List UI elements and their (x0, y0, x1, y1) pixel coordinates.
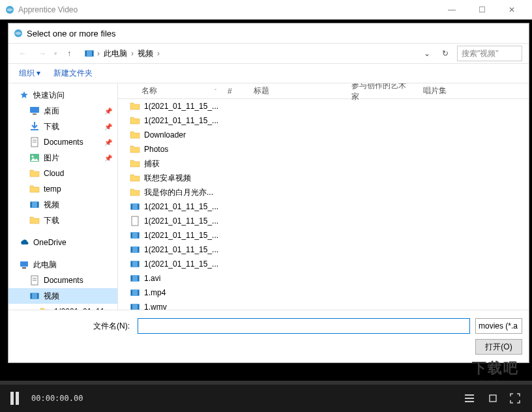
file-row[interactable]: 1(2021_01_11_15_... (118, 113, 529, 128)
sidebar-item[interactable]: 视频 (8, 288, 117, 304)
app-titlebar: Apprentice Video — ☐ ✕ (0, 0, 532, 20)
file-row[interactable]: Downloader (118, 128, 529, 142)
search-input[interactable]: 搜索"视频" (457, 46, 522, 61)
svg-rect-46 (465, 398, 474, 399)
open-button[interactable]: 打开(O) (475, 339, 522, 355)
nav-up-button[interactable]: ↑ (61, 46, 77, 61)
sidebar-item-label: 快速访问 (33, 90, 112, 101)
sidebar-item[interactable]: 1(2021_01_11... (8, 304, 117, 310)
file-row[interactable]: 1.avi (118, 271, 529, 286)
sidebar-item[interactable]: 下载📌 (8, 119, 117, 134)
sidebar-item[interactable]: Documents📌 (8, 134, 117, 150)
sidebar-item[interactable]: 下载 (8, 213, 117, 228)
organize-menu[interactable]: 组织 ▾ (19, 68, 40, 79)
file-name: 捕获 (144, 158, 160, 169)
file-row[interactable]: 1(2021_01_11_15_... (118, 257, 529, 271)
column-number[interactable]: # (222, 83, 248, 98)
svg-rect-3 (85, 51, 87, 56)
svg-rect-28 (131, 233, 132, 238)
file-name: 1(2021_01_11_15_... (144, 202, 218, 211)
sidebar-item-label: 1(2021_01_11... (54, 307, 112, 310)
svg-rect-47 (465, 401, 474, 402)
column-title[interactable]: 标题 (248, 83, 346, 98)
video-icon (130, 302, 140, 310)
file-row[interactable]: 1(2021_01_11_15_... (118, 243, 529, 257)
sidebar-item-label: 桌面 (44, 106, 100, 117)
video-folder-icon (84, 48, 95, 59)
file-name: 1.mp4 (144, 288, 166, 297)
svg-rect-45 (465, 394, 474, 396)
sidebar-item-label: 图片 (44, 153, 100, 164)
svg-rect-16 (22, 267, 26, 269)
sidebar-this-pc[interactable]: 此电脑 (8, 257, 117, 272)
file-row[interactable]: 1(2021_01_11_15_... (118, 214, 529, 228)
folder-icon (130, 158, 140, 169)
breadcrumb-segment[interactable]: 视频 (136, 48, 155, 59)
file-row[interactable]: 1(2021_01_11_15_... (118, 228, 529, 243)
maximize-button[interactable]: ☐ (467, 0, 497, 20)
column-name[interactable]: 名称ˇ (118, 83, 222, 98)
nav-dropdown-icon[interactable]: ▾ (54, 50, 57, 57)
star-icon (19, 90, 29, 100)
player-bar: 00:00:00.00 (0, 381, 532, 412)
folder-icon (40, 306, 50, 310)
sidebar-item[interactable]: Documents (8, 272, 117, 288)
documents-icon (29, 275, 40, 286)
video-icon (130, 273, 140, 284)
svg-rect-37 (131, 276, 132, 281)
refresh-button[interactable]: ↻ (437, 46, 453, 61)
pin-icon: 📌 (104, 123, 112, 130)
sidebar-item-label: OneDrive (33, 238, 112, 247)
close-button[interactable]: ✕ (497, 0, 527, 20)
file-name: 我是你的白月光亦... (144, 187, 213, 198)
filename-input[interactable] (138, 318, 470, 334)
sidebar-item[interactable]: 图片📌 (8, 150, 117, 166)
pin-icon: 📌 (104, 108, 112, 115)
column-album[interactable]: 唱片集 (418, 83, 470, 98)
file-row[interactable]: 联想安卓视频 (118, 171, 529, 185)
sidebar-item-label: temp (44, 184, 112, 194)
playlist-icon[interactable] (464, 393, 477, 404)
address-dropdown-icon[interactable]: ⌄ (424, 49, 430, 58)
pin-icon: 📌 (104, 139, 112, 146)
breadcrumb-segment[interactable]: 此电脑 (102, 48, 128, 59)
column-headers: 名称ˇ # 标题 参与创作的艺术家 唱片集 (118, 83, 529, 99)
file-row[interactable]: 1(2021_01_11_15_... (118, 99, 529, 113)
sidebar-item-label: Documents (44, 138, 100, 147)
svg-point-11 (32, 156, 34, 158)
fullscreen-icon[interactable] (509, 393, 522, 404)
new-folder-button[interactable]: 新建文件夹 (53, 68, 93, 79)
file-row[interactable]: Photos (118, 142, 529, 156)
crop-icon[interactable] (486, 393, 499, 404)
sidebar-quick-access[interactable]: 快速访问 (8, 87, 117, 103)
svg-rect-43 (131, 304, 132, 310)
pause-button[interactable] (10, 392, 21, 405)
video-icon (130, 244, 140, 255)
dialog-titlebar: Select one or more files (8, 23, 529, 43)
breadcrumb-sep: › (97, 49, 100, 58)
svg-rect-21 (31, 293, 32, 299)
address-bar[interactable]: › 此电脑 › 视频 › ⌄ (81, 46, 434, 61)
file-row[interactable]: 我是你的白月光亦... (118, 185, 529, 199)
file-name: 1(2021_01_11_15_... (144, 231, 218, 240)
file-name: 1(2021_01_11_15_... (144, 245, 218, 254)
player-controls: 00:00:00.00 (0, 385, 532, 412)
folder-icon (130, 144, 140, 154)
video-icon (29, 291, 40, 301)
sidebar-item-label: 视频 (44, 291, 112, 302)
nav-back-button[interactable]: ← (15, 46, 31, 61)
sidebar-item[interactable]: temp (8, 181, 117, 197)
sidebar-onedrive[interactable]: OneDrive (8, 235, 117, 250)
sidebar-item[interactable]: Cloud (8, 166, 117, 181)
file-row[interactable]: 捕获 (118, 156, 529, 171)
sidebar-item-label: 下载 (44, 121, 100, 132)
file-row[interactable]: 1.mp4 (118, 286, 529, 300)
file-row[interactable]: 1(2021_01_11_15_... (118, 199, 529, 214)
nav-forward-button[interactable]: → (35, 46, 50, 61)
minimize-button[interactable]: — (437, 0, 467, 20)
sidebar-item[interactable]: 桌面📌 (8, 103, 117, 119)
file-row[interactable]: 1.wmv (118, 300, 529, 310)
file-type-filter[interactable]: movies (*.a (475, 318, 522, 334)
column-artist[interactable]: 参与创作的艺术家 (346, 83, 418, 98)
sidebar-item[interactable]: 视频 (8, 197, 117, 213)
